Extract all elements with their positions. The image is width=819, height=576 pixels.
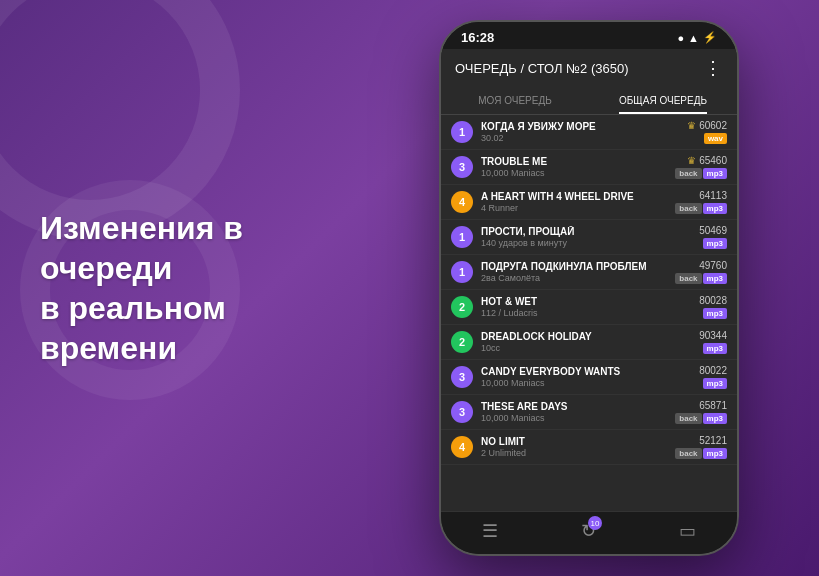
app-title: ОЧЕРЕДЬ / СТОЛ №2 (3650) xyxy=(455,61,628,76)
bottom-nav: ☰ ↻ 10 ▭ xyxy=(441,511,737,554)
song-info: CANDY EVERYBODY WANTS 10,000 Maniacs xyxy=(481,366,691,388)
format-tag: mp3 xyxy=(703,343,727,354)
song-info: DREADLOCK HOLIDAY 10cc xyxy=(481,331,691,353)
list-item[interactable]: 4 A HEART WITH 4 WHEEL DRIVE 4 Runner 64… xyxy=(441,185,737,220)
format-tag: mp3 xyxy=(703,378,727,389)
song-id: ♛ 60602 xyxy=(687,120,727,131)
song-info: ПРОСТИ, ПРОЩАЙ 140 ударов в минуту xyxy=(481,226,691,248)
tag-group: back mp3 xyxy=(675,168,727,179)
tag-group: mp3 xyxy=(703,378,727,389)
list-item[interactable]: 3 THESE ARE DAYS 10,000 Maniacs 65871 ba… xyxy=(441,395,737,430)
song-right: ♛ 60602 wav xyxy=(687,120,727,144)
nav-screen[interactable]: ▭ xyxy=(679,520,696,542)
song-title: CANDY EVERYBODY WANTS xyxy=(481,366,691,377)
song-title: ПРОСТИ, ПРОЩАЙ xyxy=(481,226,691,237)
nav-badge: 10 xyxy=(588,516,602,530)
song-id: 52121 xyxy=(699,435,727,446)
song-number: 2 xyxy=(451,296,473,318)
queue-nav-icon: ☰ xyxy=(482,520,498,542)
song-title: THESE ARE DAYS xyxy=(481,401,667,412)
song-number: 3 xyxy=(451,401,473,423)
format-tag: mp3 xyxy=(703,203,727,214)
list-item[interactable]: 2 DREADLOCK HOLIDAY 10cc 90344 mp3 xyxy=(441,325,737,360)
song-title: HOT & WET xyxy=(481,296,691,307)
hero-line-2: в реальном времени xyxy=(40,290,226,366)
format-tag: back xyxy=(675,168,701,179)
tag-group: back mp3 xyxy=(675,273,727,284)
list-item[interactable]: 1 ПРОСТИ, ПРОЩАЙ 140 ударов в минуту 504… xyxy=(441,220,737,255)
list-item[interactable]: 4 NO LIMIT 2 Unlimited 52121 back mp3 xyxy=(441,430,737,465)
hero-text: Изменения в очереди в реальном времени xyxy=(40,208,320,368)
song-artist: 10,000 Maniacs xyxy=(481,168,667,178)
song-info: NO LIMIT 2 Unlimited xyxy=(481,436,667,458)
format-tag: wav xyxy=(704,133,727,144)
song-title: NO LIMIT xyxy=(481,436,667,447)
nav-queue[interactable]: ☰ xyxy=(482,520,498,542)
song-info: TROUBLE ME 10,000 Maniacs xyxy=(481,156,667,178)
song-list[interactable]: 1 КОГДА Я УВИЖУ МОРЕ 30.02 ♛ 60602 wav xyxy=(441,115,737,511)
tag-group: mp3 xyxy=(703,343,727,354)
song-info: THESE ARE DAYS 10,000 Maniacs xyxy=(481,401,667,423)
song-right: ♛ 65460 back mp3 xyxy=(675,155,727,179)
list-item[interactable]: 1 КОГДА Я УВИЖУ МОРЕ 30.02 ♛ 60602 wav xyxy=(441,115,737,150)
song-title: DREADLOCK HOLIDAY xyxy=(481,331,691,342)
song-number: 1 xyxy=(451,261,473,283)
song-id: 80028 xyxy=(699,295,727,306)
song-info: ПОДРУГА ПОДКИНУЛА ПРОБЛЕМ 2ва Самолёта xyxy=(481,261,667,283)
format-tag: back xyxy=(675,448,701,459)
list-item[interactable]: 2 HOT & WET 112 / Ludacris 80028 mp3 xyxy=(441,290,737,325)
song-title: TROUBLE ME xyxy=(481,156,667,167)
tag-group: back mp3 xyxy=(675,203,727,214)
format-tag: mp3 xyxy=(703,448,727,459)
tag-group: mp3 xyxy=(703,308,727,319)
song-id: ♛ 65460 xyxy=(687,155,727,166)
crown-icon: ♛ xyxy=(687,120,696,131)
song-artist: 30.02 xyxy=(481,133,679,143)
phone-frame: 16:28 ● ▲ ⚡ ОЧЕРЕДЬ / СТОЛ №2 (3650) ⋮ М… xyxy=(439,20,739,556)
format-tag: mp3 xyxy=(703,238,727,249)
status-icons: ● ▲ ⚡ xyxy=(677,31,717,44)
tag-group: mp3 xyxy=(703,238,727,249)
song-right: 52121 back mp3 xyxy=(675,435,727,459)
song-artist: 112 / Ludacris xyxy=(481,308,691,318)
song-right: 49760 back mp3 xyxy=(675,260,727,284)
crown-icon: ♛ xyxy=(687,155,696,166)
song-info: A HEART WITH 4 WHEEL DRIVE 4 Runner xyxy=(481,191,667,213)
list-item[interactable]: 3 TROUBLE ME 10,000 Maniacs ♛ 65460 back… xyxy=(441,150,737,185)
status-bar: 16:28 ● ▲ ⚡ xyxy=(441,22,737,49)
menu-button[interactable]: ⋮ xyxy=(704,57,723,79)
format-tag: mp3 xyxy=(703,308,727,319)
list-item[interactable]: 1 ПОДРУГА ПОДКИНУЛА ПРОБЛЕМ 2ва Самолёта… xyxy=(441,255,737,290)
tag-group: wav xyxy=(704,133,727,144)
format-tag: mp3 xyxy=(703,273,727,284)
format-tag: back xyxy=(675,413,701,424)
song-title: A HEART WITH 4 WHEEL DRIVE xyxy=(481,191,667,202)
format-tag: mp3 xyxy=(703,168,727,179)
tab-my-queue[interactable]: МОЯ ОЧЕРЕДЬ xyxy=(441,87,589,114)
song-right: 64113 back mp3 xyxy=(675,190,727,214)
song-artist: 10,000 Maniacs xyxy=(481,413,667,423)
network-icon: ● xyxy=(677,32,684,44)
song-number: 4 xyxy=(451,436,473,458)
song-number: 1 xyxy=(451,121,473,143)
app-header: ОЧЕРЕДЬ / СТОЛ №2 (3650) ⋮ xyxy=(441,49,737,87)
wifi-icon: ▲ xyxy=(688,32,699,44)
tag-group: back mp3 xyxy=(675,413,727,424)
song-id: 90344 xyxy=(699,330,727,341)
nav-refresh[interactable]: ↻ 10 xyxy=(581,520,596,542)
battery-icon: ⚡ xyxy=(703,31,717,44)
song-artist: 10,000 Maniacs xyxy=(481,378,691,388)
song-id: 50469 xyxy=(699,225,727,236)
song-right: 65871 back mp3 xyxy=(675,400,727,424)
tab-general-queue[interactable]: ОБЩАЯ ОЧЕРЕДЬ xyxy=(589,87,737,114)
list-item[interactable]: 3 CANDY EVERYBODY WANTS 10,000 Maniacs 8… xyxy=(441,360,737,395)
phone-mockup: 16:28 ● ▲ ⚡ ОЧЕРЕДЬ / СТОЛ №2 (3650) ⋮ М… xyxy=(439,20,739,556)
song-id: 64113 xyxy=(699,190,727,201)
format-tag: back xyxy=(675,273,701,284)
song-number: 3 xyxy=(451,156,473,178)
format-tag: mp3 xyxy=(703,413,727,424)
song-number: 4 xyxy=(451,191,473,213)
song-right: 50469 mp3 xyxy=(699,225,727,249)
song-title: ПОДРУГА ПОДКИНУЛА ПРОБЛЕМ xyxy=(481,261,667,272)
song-info: HOT & WET 112 / Ludacris xyxy=(481,296,691,318)
